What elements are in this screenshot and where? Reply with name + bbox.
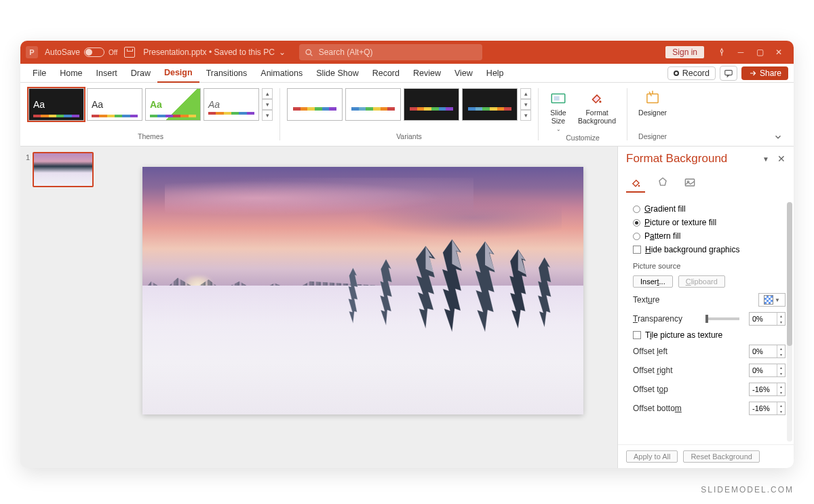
offset-right-input[interactable]: 0%▴▾ [749,364,786,377]
hide-graphics-option[interactable]: Hide background graphics [633,243,786,256]
designer-label: Designer [638,132,667,142]
variant-thumb-3[interactable] [404,88,459,121]
texture-label: Texture [633,295,753,305]
picture-fill-option[interactable]: Picture or texture fill [633,216,786,229]
pane-close-button[interactable]: ✕ [777,153,786,164]
signin-button[interactable]: Sign in [665,46,704,58]
fill-tab[interactable] [626,174,645,193]
insert-button[interactable]: Insert... [633,275,673,288]
slide-thumb-1[interactable]: 1 [26,152,103,187]
search-placeholder: Search (Alt+Q) [319,47,373,57]
svg-rect-5 [554,96,560,101]
variants-more[interactable]: ▴▾▾ [520,88,531,121]
customize-label: Customize [566,134,600,143]
transparency-input[interactable]: 0%▴▾ [749,312,786,326]
effects-tab[interactable] [653,174,672,193]
texture-picker[interactable]: ▼ [758,293,786,307]
tab-home[interactable]: Home [53,64,89,83]
designer-btn-label: Designer [638,109,667,117]
pane-body: GGradient fillradient fill Picture or te… [618,199,794,444]
minimize-button[interactable]: ─ [731,43,750,61]
autosave-toggle[interactable]: AutoSave Off [45,47,117,57]
search-box[interactable]: Search (Alt+Q) [299,44,482,60]
toggle-icon [84,47,104,57]
chevron-down-icon[interactable]: ⌄ [279,47,286,57]
tile-option[interactable]: Tile picture as texture [633,328,786,342]
tab-help[interactable]: Help [480,64,511,83]
transparency-label: Transparency [633,314,696,324]
format-background-button[interactable]: Format Background [574,88,620,126]
app-window: P AutoSave Off Presentation.pptx • Saved… [20,41,794,468]
document-title[interactable]: Presentation.pptx • Saved to this PC [143,47,275,57]
offset-top-input[interactable]: -16%▴▾ [749,383,786,396]
format-bg-label: Format Background [578,109,616,125]
svg-point-0 [306,50,311,54]
close-button[interactable]: ✕ [769,43,788,61]
theme-thumb-1[interactable]: Aa [28,88,84,121]
clipboard-button[interactable]: Clipboard [678,275,725,288]
variants-label: Variants [396,132,422,142]
svg-point-6 [599,100,601,102]
offset-right-label: Offset right [633,366,743,375]
tab-slideshow[interactable]: Slide Show [309,64,366,83]
slide-thumbnail-image [33,152,94,187]
tab-file[interactable]: File [26,64,53,83]
slide-canvas-area [109,147,617,468]
offset-top-label: Offset top [633,385,743,394]
pane-scrollbar[interactable] [787,202,792,442]
comments-button[interactable] [720,66,737,81]
tab-view[interactable]: View [448,64,480,83]
gradient-fill-option[interactable]: GGradient fillradient fill [633,202,786,216]
pane-tabs [618,171,794,199]
pattern-fill-option[interactable]: Pattern fill [633,229,786,243]
pane-menu-caret[interactable]: ▼ [762,155,769,163]
search-icon [305,48,313,57]
variant-thumb-1[interactable] [287,88,343,121]
tab-transitions[interactable]: Transitions [199,64,254,83]
picture-tab[interactable] [680,174,699,193]
slide-canvas[interactable] [142,167,583,414]
theme-thumb-4[interactable]: Aa [204,88,259,121]
slide-size-icon [549,90,567,107]
tab-draw[interactable]: Draw [124,64,157,83]
slide-size-button[interactable]: Slide Size ⌄ [545,88,571,134]
themes-group: Aa Aa Aa Aa ▴▾▾ Themes [24,85,277,143]
offset-bottom-input[interactable]: -16%▴▾ [749,402,786,415]
record-label: Record [682,69,710,78]
record-button[interactable]: Record [667,66,716,80]
offset-bottom-label: Offset bottom [633,404,743,413]
mic-icon[interactable] [712,43,731,61]
theme-thumb-3[interactable]: Aa [145,88,201,121]
maximize-button[interactable]: ▢ [750,43,769,61]
tab-design[interactable]: Design [157,64,199,83]
format-bg-icon [588,90,606,107]
themes-more[interactable]: ▴▾▾ [262,88,273,121]
reset-bg-button[interactable]: Reset Background [683,450,760,463]
share-button[interactable]: Share [741,66,788,80]
picture-source-label: Picture source [633,256,786,273]
theme-thumb-2[interactable]: Aa [87,88,142,121]
ribbon-expand-button[interactable] [773,85,790,143]
tab-animations[interactable]: Animations [254,64,309,83]
save-icon[interactable] [124,47,135,58]
workspace: 1 [20,147,794,468]
title-bar: P AutoSave Off Presentation.pptx • Saved… [20,41,794,64]
pane-footer: Apply to All Reset Background [618,444,794,468]
apply-all-button[interactable]: Apply to All [626,450,678,463]
variant-thumb-4[interactable] [462,88,518,121]
svg-point-8 [638,185,640,187]
designer-group: Designer Designer [630,85,675,143]
svg-marker-9 [659,178,666,185]
pane-header: Format Background ▼ ✕ [618,147,794,171]
slide-size-label: Slide Size [550,109,566,125]
variant-thumb-2[interactable] [345,88,401,121]
themes-label: Themes [138,132,163,142]
designer-button[interactable]: Designer [634,88,671,118]
transparency-slider[interactable] [705,317,739,320]
tab-review[interactable]: Review [406,64,448,83]
app-icon: P [26,46,38,58]
menu-bar: File Home Insert Draw Design Transitions… [20,64,794,83]
offset-left-input[interactable]: 0%▴▾ [749,345,786,358]
tab-record[interactable]: Record [366,64,406,83]
tab-insert[interactable]: Insert [90,64,124,83]
